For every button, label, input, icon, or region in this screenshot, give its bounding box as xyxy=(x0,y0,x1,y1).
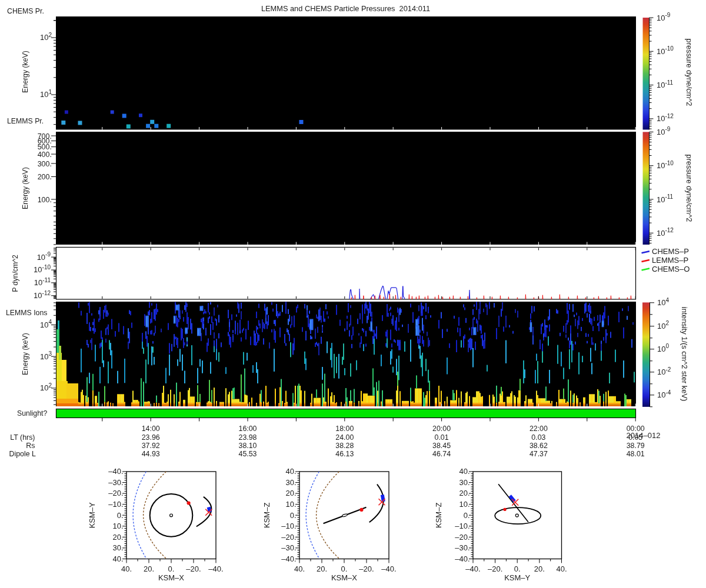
svg-text:Sunlight?: Sunlight? xyxy=(17,409,47,417)
svg-text:10-4: 10-4 xyxy=(657,389,671,400)
svg-text:16:00: 16:00 xyxy=(238,425,257,433)
svg-text:20.: 20. xyxy=(144,564,154,573)
svg-text:104: 104 xyxy=(657,297,669,308)
svg-text:40.: 40. xyxy=(112,554,123,563)
svg-text:400.: 400. xyxy=(38,151,52,159)
svg-text:300.: 300. xyxy=(38,160,52,168)
svg-text:0.03: 0.03 xyxy=(531,433,545,442)
svg-text:–40.: –40. xyxy=(455,554,469,563)
svg-text:–30.: –30. xyxy=(281,543,296,552)
svg-text:23.96: 23.96 xyxy=(142,433,160,442)
svg-text:10-10: 10-10 xyxy=(657,45,674,56)
svg-text:30.: 30. xyxy=(459,478,469,487)
svg-text:30.: 30. xyxy=(112,543,123,552)
svg-text:10.: 10. xyxy=(112,522,123,530)
svg-text:45.53: 45.53 xyxy=(238,450,257,458)
svg-text:38.62: 38.62 xyxy=(530,442,548,450)
svg-text:pressure dyne/cm^2: pressure dyne/cm^2 xyxy=(685,39,694,106)
svg-text:pressure dyne/cm^2: pressure dyne/cm^2 xyxy=(685,155,694,222)
svg-text:KSM–X: KSM–X xyxy=(331,573,357,582)
svg-text:10.: 10. xyxy=(459,500,469,509)
svg-text:20.: 20. xyxy=(534,564,545,573)
svg-text:2014–012: 2014–012 xyxy=(627,431,661,440)
svg-text:0.01: 0.01 xyxy=(435,433,449,442)
svg-text:–40.: –40. xyxy=(108,467,123,476)
svg-text:10-10: 10-10 xyxy=(34,264,51,275)
svg-text:Energy (keV): Energy (keV) xyxy=(21,51,29,93)
svg-text:38.45: 38.45 xyxy=(432,442,451,450)
svg-text:0.: 0. xyxy=(464,511,470,520)
svg-text:LEMMS–P: LEMMS–P xyxy=(652,256,688,265)
svg-text:20:00: 20:00 xyxy=(432,425,451,433)
svg-text:10-12: 10-12 xyxy=(657,227,674,238)
svg-text:Dipole L: Dipole L xyxy=(9,450,36,458)
svg-text:–20.: –20. xyxy=(488,564,502,573)
svg-text:40.: 40. xyxy=(121,564,132,573)
svg-text:22:00: 22:00 xyxy=(530,425,548,433)
svg-text:30.: 30. xyxy=(285,478,296,487)
svg-text:–30.: –30. xyxy=(108,478,123,487)
svg-text:Rs: Rs xyxy=(26,442,35,450)
svg-text:CHEMS–P: CHEMS–P xyxy=(652,247,689,256)
svg-text:10-12: 10-12 xyxy=(657,113,674,123)
svg-text:0.: 0. xyxy=(168,564,175,573)
svg-text:0.: 0. xyxy=(341,564,348,573)
svg-text:–20.: –20. xyxy=(281,533,296,542)
svg-text:48.01: 48.01 xyxy=(627,450,645,458)
svg-text:46.74: 46.74 xyxy=(432,450,451,458)
svg-text:LEMMS and CHEMS Particle Press: LEMMS and CHEMS Particle Pressures 2014:… xyxy=(261,4,430,13)
svg-text:CHEMS Pr.: CHEMS Pr. xyxy=(7,7,44,15)
svg-text:40.: 40. xyxy=(459,467,469,476)
svg-text:–20.: –20. xyxy=(108,489,123,497)
svg-text:23.98: 23.98 xyxy=(238,433,257,442)
svg-text:38.10: 38.10 xyxy=(238,442,257,450)
svg-text:KSM–Y: KSM–Y xyxy=(504,573,530,582)
svg-text:Energy (keV): Energy (keV) xyxy=(21,333,29,375)
svg-text:10-9: 10-9 xyxy=(657,12,671,22)
svg-text:0.: 0. xyxy=(514,564,521,573)
svg-text:18:00: 18:00 xyxy=(335,425,354,433)
svg-text:–30.: –30. xyxy=(455,543,469,552)
svg-text:24.00: 24.00 xyxy=(335,433,354,442)
svg-text:100.: 100. xyxy=(38,196,52,204)
svg-text:10-10: 10-10 xyxy=(657,160,674,171)
svg-text:10-11: 10-11 xyxy=(657,79,674,90)
svg-text:P dyn/cm^2: P dyn/cm^2 xyxy=(11,255,19,292)
svg-text:–40.: –40. xyxy=(465,564,480,573)
svg-text:38.79: 38.79 xyxy=(627,442,645,450)
svg-text:101: 101 xyxy=(40,89,52,99)
svg-text:0.: 0. xyxy=(290,511,297,520)
svg-text:37.92: 37.92 xyxy=(142,442,160,450)
svg-text:104: 104 xyxy=(40,319,52,329)
svg-text:intensity 1/(s cm^2 ster keV): intensity 1/(s cm^2 ster keV) xyxy=(680,307,689,401)
svg-text:KSM–Z: KSM–Z xyxy=(434,503,443,528)
svg-text:10-2: 10-2 xyxy=(657,366,671,377)
svg-text:10-11: 10-11 xyxy=(657,193,674,204)
svg-text:20.: 20. xyxy=(459,489,469,497)
svg-text:KSM–X: KSM–X xyxy=(158,573,184,582)
svg-text:0.: 0. xyxy=(117,511,124,520)
svg-text:44.93: 44.93 xyxy=(142,450,160,458)
svg-text:10-9: 10-9 xyxy=(657,126,671,136)
svg-text:14:00: 14:00 xyxy=(142,425,160,433)
svg-text:10-11: 10-11 xyxy=(34,277,51,288)
svg-text:103: 103 xyxy=(40,350,52,361)
svg-text:LEMMS Ions: LEMMS Ions xyxy=(6,309,47,317)
svg-text:100: 100 xyxy=(657,343,669,353)
svg-text:102: 102 xyxy=(657,320,669,330)
svg-text:46.13: 46.13 xyxy=(335,450,354,458)
svg-text:40.: 40. xyxy=(556,564,567,573)
svg-text:–20.: –20. xyxy=(455,533,469,542)
svg-text:20.: 20. xyxy=(285,489,296,497)
svg-text:40.: 40. xyxy=(285,467,296,476)
svg-text:47.37: 47.37 xyxy=(530,450,548,458)
svg-text:20.: 20. xyxy=(112,533,123,542)
svg-text:–10.: –10. xyxy=(455,522,469,530)
svg-text:10-9: 10-9 xyxy=(37,251,51,262)
svg-text:CHEMS–O: CHEMS–O xyxy=(652,265,690,273)
svg-text:–20.: –20. xyxy=(359,564,374,573)
svg-text:10.: 10. xyxy=(285,500,296,509)
svg-text:200.: 200. xyxy=(38,173,52,181)
svg-text:–40.: –40. xyxy=(381,564,396,573)
svg-text:–10.: –10. xyxy=(281,522,296,530)
